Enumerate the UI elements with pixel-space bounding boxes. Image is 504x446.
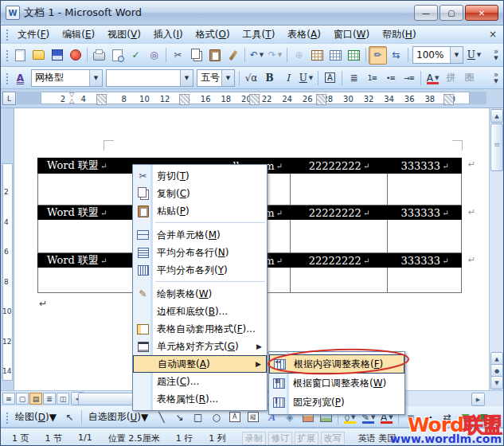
chevron-down-icon[interactable]: ▼: [278, 52, 282, 58]
threed-style-button[interactable]: ■: [475, 408, 493, 426]
menu-h[interactable]: 帮助(H): [376, 26, 422, 42]
minimize-button[interactable]: —: [414, 5, 438, 21]
table-column-marker[interactable]: [96, 94, 107, 105]
chevron-down-icon[interactable]: ▼: [435, 75, 439, 81]
web-layout-view-button[interactable]: ▢: [16, 393, 29, 405]
open-button[interactable]: [29, 46, 48, 65]
autoshapes-menu-button[interactable]: 自选图形(U)▼: [84, 409, 152, 425]
reading-layout-button[interactable]: ◫: [57, 393, 69, 405]
menu-o[interactable]: 格式(O): [189, 26, 236, 42]
insert-hyperlink-button[interactable]: ⊕: [290, 46, 308, 65]
arrow-style-button[interactable]: ⇄: [438, 408, 456, 426]
chevron-down-icon[interactable]: ▼: [180, 70, 193, 86]
submenu-item-w[interactable]: 根据窗口调整表格(W): [269, 374, 404, 393]
print-preview-button[interactable]: [108, 46, 127, 65]
shadow-style-button[interactable]: ■: [456, 408, 475, 426]
indent-button[interactable]: →≡: [400, 68, 418, 87]
table-cell[interactable]: 333333↵: [388, 205, 462, 220]
table-cell[interactable]: [291, 174, 388, 205]
status-toggle-改写[interactable]: 改写: [321, 432, 345, 445]
menu-item-w-draw-table[interactable]: ✎绘制表格(W): [133, 285, 267, 303]
status-toggle-修订[interactable]: 修订: [268, 432, 292, 445]
menu-f[interactable]: 文件(F): [11, 26, 56, 42]
chevron-down-icon[interactable]: ▼: [89, 70, 102, 86]
insert-excel-button[interactable]: [345, 46, 363, 65]
maximize-button[interactable]: ▢: [440, 5, 463, 21]
numbering-button[interactable]: 1≡: [363, 68, 381, 87]
normal-view-button[interactable]: ≡: [2, 393, 15, 405]
chevron-down-icon[interactable]: ▼: [221, 70, 234, 86]
table-cell[interactable]: 333333↵: [388, 158, 462, 174]
draw-menu-button[interactable]: 绘图(D)▼: [11, 409, 61, 425]
style-combo[interactable]: 网格型 ▼: [31, 69, 103, 87]
drawing-button[interactable]: ✏: [369, 46, 387, 65]
table-cell[interactable]: 22222222↵: [291, 253, 388, 268]
menu-w[interactable]: 窗口(W): [327, 26, 376, 42]
menu-item-n-distribute-rows[interactable]: 平均分布各行(N): [133, 244, 267, 261]
table-cell[interactable]: [291, 220, 388, 253]
new-document-button[interactable]: [11, 46, 29, 65]
menu-item-m-merge-cells[interactable]: 合并单元格(M): [133, 226, 267, 244]
menu-item-p-paste[interactable]: 粘贴(P): [133, 202, 267, 220]
toolbar-options-button[interactable]: » ▼: [490, 69, 502, 87]
close-button[interactable]: ✕: [465, 5, 498, 21]
toolbar-options-button[interactable]: » ▼: [490, 46, 502, 64]
submenu-item-f[interactable]: 根据内容调整表格(F): [269, 354, 404, 374]
scroll-right-arrow[interactable]: ▶: [471, 393, 485, 406]
research-button[interactable]: ◎: [145, 46, 163, 65]
font-combo[interactable]: ▼: [106, 69, 193, 87]
tab-selector[interactable]: L: [2, 92, 16, 105]
menu-item-g-cell-align[interactable]: 单元格对齐方式(G)▶: [133, 338, 267, 355]
font-size-combo[interactable]: 五号 ▼: [197, 69, 235, 87]
pinyin-guide-button[interactable]: 拼: [442, 68, 460, 87]
bold-button[interactable]: B: [260, 68, 279, 87]
scroll-up-arrow[interactable]: ▲: [490, 109, 503, 123]
table-cell[interactable]: [388, 220, 462, 253]
undo-button[interactable]: ↶▼: [248, 46, 266, 65]
enclose-characters-button[interactable]: 圈: [460, 68, 479, 87]
menu-item-y-distribute-columns[interactable]: 平均分布各列(Y): [133, 261, 267, 279]
paste-button[interactable]: [205, 46, 224, 65]
underline-button[interactable]: U▼: [297, 68, 315, 87]
menu-item-r-表格属性[interactable]: 表格属性(R)...: [133, 390, 267, 408]
table-cell[interactable]: [388, 174, 462, 205]
toolbar-grip[interactable]: [5, 28, 9, 41]
permission-button[interactable]: [66, 46, 84, 65]
select-objects-button[interactable]: ↖: [61, 408, 79, 426]
outline-view-button[interactable]: ≣: [43, 393, 56, 405]
menu-item-c-题注[interactable]: 题注(C)...: [133, 373, 267, 390]
table-cell[interactable]: 22222222↵: [291, 158, 388, 174]
styles-and-formatting-button[interactable]: A: [11, 68, 29, 87]
asian-layout-button[interactable]: √α: [242, 68, 260, 87]
format-painter-button[interactable]: [224, 46, 242, 65]
print-layout-view-button[interactable]: ▤: [29, 393, 42, 405]
zoom-combo[interactable]: 100% ▼: [412, 46, 463, 64]
table-column-marker[interactable]: [179, 94, 189, 105]
menu-v[interactable]: 视图(V): [101, 26, 147, 42]
chevron-down-icon[interactable]: ▼: [260, 52, 264, 58]
cut-button[interactable]: ✂: [169, 46, 187, 65]
horizontal-ruler[interactable]: L ▽ △ 2468101214161820222426283032343638…: [1, 89, 503, 108]
hanging-indent-marker[interactable]: △: [69, 97, 74, 104]
menu-item-c-copy[interactable]: 复制(C): [133, 185, 267, 202]
table-column-marker[interactable]: [249, 94, 260, 105]
toolbar-grip[interactable]: [5, 411, 9, 424]
print-button[interactable]: [90, 46, 108, 65]
submenu-item-p[interactable]: 固定列宽(P): [269, 393, 404, 412]
menu-t[interactable]: 工具(T): [236, 26, 282, 42]
vertical-scrollbar[interactable]: ▲ ▲ ● ▼: [489, 108, 503, 390]
menu-i[interactable]: 插入(I): [147, 26, 189, 42]
menu-a[interactable]: 表格(A): [281, 26, 327, 42]
table-column-marker[interactable]: [443, 94, 454, 105]
browse-next-button[interactable]: ▼: [490, 376, 503, 389]
table-cell[interactable]: [388, 268, 462, 293]
table-cell[interactable]: [291, 268, 388, 293]
bullets-button[interactable]: •≡: [381, 68, 400, 87]
spelling-check-button[interactable]: ✓: [127, 46, 145, 65]
italic-button[interactable]: I: [279, 68, 297, 87]
menubar-close-icon[interactable]: ×: [483, 29, 503, 40]
text-direction-button[interactable]: ⇆: [387, 46, 405, 65]
distributed-align-button[interactable]: ≣: [345, 68, 363, 87]
menu-item-a-自动调整[interactable]: 自动调整(A)▶: [133, 355, 267, 373]
menu-item-t-scissors[interactable]: ✂剪切(T): [133, 167, 267, 185]
